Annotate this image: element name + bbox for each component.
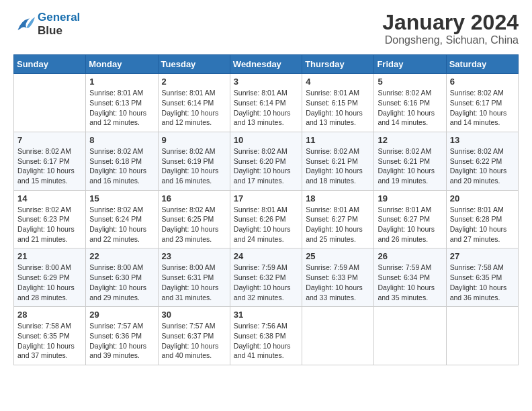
calendar-subtitle: Dongsheng, Sichuan, China: [382, 34, 519, 46]
day-number: 11: [306, 135, 370, 145]
day-info: Sunrise: 8:01 AMSunset: 6:13 PMDaylight:…: [89, 88, 154, 128]
day-info: Sunrise: 8:01 AMSunset: 6:15 PMDaylight:…: [306, 88, 370, 128]
day-number: 6: [450, 77, 515, 87]
calendar-cell: 28Sunrise: 7:58 AMSunset: 6:35 PMDayligh…: [14, 307, 86, 365]
calendar-table: SundayMondayTuesdayWednesdayThursdayFrid…: [13, 54, 519, 365]
calendar-cell: 8Sunrise: 8:02 AMSunset: 6:18 PMDaylight…: [86, 132, 158, 190]
day-number: 29: [89, 310, 154, 320]
day-info: Sunrise: 8:00 AMSunset: 6:31 PMDaylight:…: [162, 263, 226, 302]
day-number: 26: [378, 251, 442, 261]
day-number: 23: [162, 251, 226, 261]
calendar-header-row: SundayMondayTuesdayWednesdayThursdayFrid…: [14, 55, 519, 74]
calendar-week-row: 28Sunrise: 7:58 AMSunset: 6:35 PMDayligh…: [14, 307, 519, 365]
day-info: Sunrise: 8:02 AMSunset: 6:18 PMDaylight:…: [89, 146, 154, 186]
day-number: 16: [162, 193, 226, 203]
day-number: 8: [89, 135, 154, 145]
calendar-week-row: 14Sunrise: 8:02 AMSunset: 6:23 PMDayligh…: [14, 190, 519, 248]
calendar-cell: 21Sunrise: 8:00 AMSunset: 6:29 PMDayligh…: [14, 248, 86, 307]
day-info: Sunrise: 8:01 AMSunset: 6:27 PMDaylight:…: [306, 205, 370, 244]
calendar-week-row: 7Sunrise: 8:02 AMSunset: 6:17 PMDaylight…: [14, 132, 519, 190]
calendar-week-row: 21Sunrise: 8:00 AMSunset: 6:29 PMDayligh…: [14, 248, 519, 307]
calendar-cell: 6Sunrise: 8:02 AMSunset: 6:17 PMDaylight…: [446, 74, 518, 132]
calendar-cell: 14Sunrise: 8:02 AMSunset: 6:23 PMDayligh…: [14, 190, 86, 248]
day-number: 5: [378, 77, 442, 87]
day-number: 17: [234, 193, 298, 203]
day-number: 22: [89, 251, 154, 261]
day-info: Sunrise: 8:01 AMSunset: 6:28 PMDaylight:…: [450, 205, 515, 244]
header: General Blue January 2024 Dongsheng, Sic…: [13, 11, 519, 46]
calendar-header-tuesday: Tuesday: [158, 55, 230, 74]
logo-text: General Blue: [38, 11, 80, 37]
calendar-cell: 31Sunrise: 7:56 AMSunset: 6:38 PMDayligh…: [230, 307, 302, 365]
calendar-cell: 20Sunrise: 8:01 AMSunset: 6:28 PMDayligh…: [446, 190, 518, 248]
day-number: 3: [234, 77, 298, 87]
day-info: Sunrise: 8:00 AMSunset: 6:30 PMDaylight:…: [89, 263, 154, 302]
day-info: Sunrise: 8:01 AMSunset: 6:14 PMDaylight:…: [234, 88, 298, 128]
day-info: Sunrise: 8:01 AMSunset: 6:14 PMDaylight:…: [162, 88, 226, 128]
calendar-cell: [446, 307, 518, 365]
day-number: 30: [162, 310, 226, 320]
calendar-cell: 17Sunrise: 8:01 AMSunset: 6:26 PMDayligh…: [230, 190, 302, 248]
day-number: 25: [306, 251, 370, 261]
title-block: January 2024 Dongsheng, Sichuan, China: [382, 11, 519, 46]
calendar-header-sunday: Sunday: [14, 55, 86, 74]
day-number: 19: [378, 193, 442, 203]
day-number: 14: [17, 193, 82, 203]
day-number: 4: [306, 77, 370, 87]
day-info: Sunrise: 7:56 AMSunset: 6:38 PMDaylight:…: [234, 321, 298, 361]
calendar-cell: 10Sunrise: 8:02 AMSunset: 6:20 PMDayligh…: [230, 132, 302, 190]
calendar-cell: [302, 307, 374, 365]
calendar-cell: 19Sunrise: 8:01 AMSunset: 6:27 PMDayligh…: [374, 190, 446, 248]
day-info: Sunrise: 7:58 AMSunset: 6:35 PMDaylight:…: [17, 321, 82, 361]
day-info: Sunrise: 8:02 AMSunset: 6:22 PMDaylight:…: [450, 146, 515, 186]
calendar-cell: 7Sunrise: 8:02 AMSunset: 6:17 PMDaylight…: [14, 132, 86, 190]
day-info: Sunrise: 8:01 AMSunset: 6:27 PMDaylight:…: [378, 205, 442, 244]
day-number: 9: [162, 135, 226, 145]
day-number: 31: [234, 310, 298, 320]
calendar-cell: 24Sunrise: 7:59 AMSunset: 6:32 PMDayligh…: [230, 248, 302, 307]
day-number: 24: [234, 251, 298, 261]
day-info: Sunrise: 8:02 AMSunset: 6:17 PMDaylight:…: [17, 146, 82, 186]
day-info: Sunrise: 7:59 AMSunset: 6:32 PMDaylight:…: [234, 263, 298, 302]
day-info: Sunrise: 8:02 AMSunset: 6:16 PMDaylight:…: [378, 88, 442, 128]
day-info: Sunrise: 8:02 AMSunset: 6:19 PMDaylight:…: [162, 146, 226, 186]
calendar-cell: 1Sunrise: 8:01 AMSunset: 6:13 PMDaylight…: [86, 74, 158, 132]
calendar-cell: 29Sunrise: 7:57 AMSunset: 6:36 PMDayligh…: [86, 307, 158, 365]
day-info: Sunrise: 8:02 AMSunset: 6:25 PMDaylight:…: [162, 205, 226, 244]
day-number: 12: [378, 135, 442, 145]
calendar-cell: 25Sunrise: 7:59 AMSunset: 6:33 PMDayligh…: [302, 248, 374, 307]
day-info: Sunrise: 7:57 AMSunset: 6:37 PMDaylight:…: [162, 321, 226, 361]
calendar-cell: 18Sunrise: 8:01 AMSunset: 6:27 PMDayligh…: [302, 190, 374, 248]
calendar-cell: 3Sunrise: 8:01 AMSunset: 6:14 PMDaylight…: [230, 74, 302, 132]
day-number: 1: [89, 77, 154, 87]
calendar-cell: 13Sunrise: 8:02 AMSunset: 6:22 PMDayligh…: [446, 132, 518, 190]
calendar-cell: 12Sunrise: 8:02 AMSunset: 6:21 PMDayligh…: [374, 132, 446, 190]
day-info: Sunrise: 7:59 AMSunset: 6:33 PMDaylight:…: [306, 263, 370, 302]
day-info: Sunrise: 7:59 AMSunset: 6:34 PMDaylight:…: [378, 263, 442, 302]
calendar-week-row: 1Sunrise: 8:01 AMSunset: 6:13 PMDaylight…: [14, 74, 519, 132]
calendar-cell: 23Sunrise: 8:00 AMSunset: 6:31 PMDayligh…: [158, 248, 230, 307]
calendar-cell: 2Sunrise: 8:01 AMSunset: 6:14 PMDaylight…: [158, 74, 230, 132]
calendar-cell: 11Sunrise: 8:02 AMSunset: 6:21 PMDayligh…: [302, 132, 374, 190]
day-info: Sunrise: 8:02 AMSunset: 6:21 PMDaylight:…: [306, 146, 370, 186]
calendar-cell: [14, 74, 86, 132]
calendar-cell: 30Sunrise: 7:57 AMSunset: 6:37 PMDayligh…: [158, 307, 230, 365]
calendar-header-friday: Friday: [374, 55, 446, 74]
calendar-cell: [374, 307, 446, 365]
day-info: Sunrise: 8:00 AMSunset: 6:29 PMDaylight:…: [17, 263, 82, 302]
calendar-header-monday: Monday: [86, 55, 158, 74]
day-number: 7: [17, 135, 82, 145]
day-number: 27: [450, 251, 515, 261]
calendar-title: January 2024: [382, 11, 519, 34]
calendar-cell: 5Sunrise: 8:02 AMSunset: 6:16 PMDaylight…: [374, 74, 446, 132]
calendar-cell: 22Sunrise: 8:00 AMSunset: 6:30 PMDayligh…: [86, 248, 158, 307]
day-info: Sunrise: 8:02 AMSunset: 6:23 PMDaylight:…: [17, 205, 82, 244]
day-info: Sunrise: 8:02 AMSunset: 6:24 PMDaylight:…: [89, 205, 154, 244]
calendar-header-wednesday: Wednesday: [230, 55, 302, 74]
day-info: Sunrise: 8:01 AMSunset: 6:26 PMDaylight:…: [234, 205, 298, 244]
day-info: Sunrise: 7:58 AMSunset: 6:35 PMDaylight:…: [450, 263, 515, 302]
day-number: 15: [89, 193, 154, 203]
page: General Blue January 2024 Dongsheng, Sic…: [0, 0, 532, 379]
calendar-cell: 9Sunrise: 8:02 AMSunset: 6:19 PMDaylight…: [158, 132, 230, 190]
day-number: 2: [162, 77, 226, 87]
